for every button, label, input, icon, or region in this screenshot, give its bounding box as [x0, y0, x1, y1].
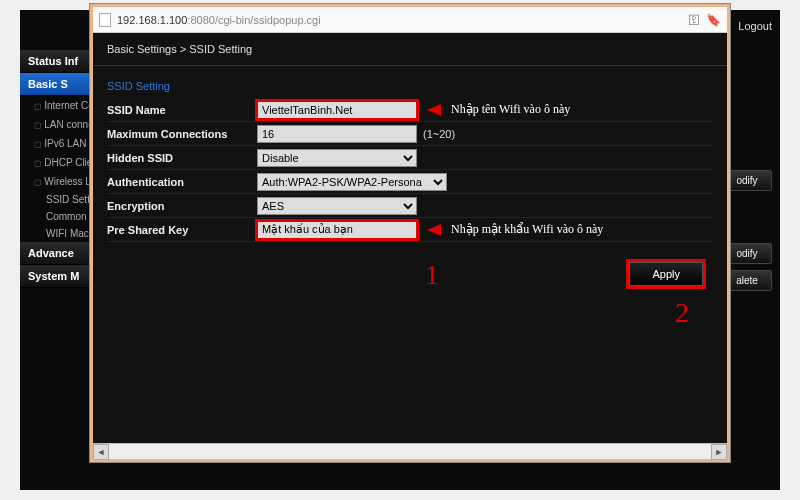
arrow-icon: [427, 104, 441, 116]
row-ssid-name: SSID Name Nhập tên Wifi vào ô này: [107, 98, 713, 122]
label-psk: Pre Shared Key: [107, 224, 257, 236]
label-max-conn: Maximum Connections: [107, 128, 257, 140]
psk-input[interactable]: [257, 221, 417, 239]
logout-link[interactable]: Logout: [738, 20, 772, 32]
ssid-name-input[interactable]: [257, 101, 417, 119]
key-icon: ⚿: [688, 13, 700, 27]
bookmark-icon[interactable]: 🔖: [706, 13, 721, 27]
encryption-select[interactable]: AES: [257, 197, 417, 215]
label-encryption: Encryption: [107, 200, 257, 212]
page-icon: [99, 13, 111, 27]
popup-body: Basic Settings > SSID Setting SSID Setti…: [93, 33, 727, 443]
scroll-left-icon[interactable]: ◄: [93, 444, 109, 460]
row-max-conn: Maximum Connections (1~20): [107, 122, 713, 146]
scroll-right-icon[interactable]: ►: [711, 444, 727, 460]
arrow-icon: [427, 224, 441, 236]
label-hidden-ssid: Hidden SSID: [107, 152, 257, 164]
callout-2: 2: [675, 297, 689, 329]
url-text[interactable]: 192.168.1.100:8080/cgi-bin/ssidpopup.cgi: [117, 14, 321, 26]
breadcrumb: Basic Settings > SSID Setting: [93, 33, 727, 66]
row-encryption: Encryption AES: [107, 194, 713, 218]
callout-1: 1: [425, 259, 439, 291]
label-auth: Authentication: [107, 176, 257, 188]
ssid-popup-window: 192.168.1.100:8080/cgi-bin/ssidpopup.cgi…: [90, 4, 730, 462]
section-title: SSID Setting: [93, 66, 727, 98]
row-auth: Authentication Auth:WPA2-PSK/WPA2-Person…: [107, 170, 713, 194]
annotation-psk: Nhập mật khẩu Wifi vào ô này: [451, 222, 603, 237]
max-conn-hint: (1~20): [423, 128, 455, 140]
annotation-ssid: Nhập tên Wifi vào ô này: [451, 102, 570, 117]
hidden-ssid-select[interactable]: Disable: [257, 149, 417, 167]
horizontal-scrollbar[interactable]: ◄ ►: [93, 443, 727, 459]
apply-button[interactable]: Apply: [629, 262, 703, 286]
address-bar: 192.168.1.100:8080/cgi-bin/ssidpopup.cgi…: [93, 7, 727, 33]
max-conn-input[interactable]: [257, 125, 417, 143]
label-ssid-name: SSID Name: [107, 104, 257, 116]
auth-select[interactable]: Auth:WPA2-PSK/WPA2-Persona: [257, 173, 447, 191]
ssid-form: SSID Name Nhập tên Wifi vào ô này Maximu…: [93, 98, 727, 242]
row-psk: Pre Shared Key Nhập mật khẩu Wifi vào ô …: [107, 218, 713, 242]
row-hidden-ssid: Hidden SSID Disable: [107, 146, 713, 170]
